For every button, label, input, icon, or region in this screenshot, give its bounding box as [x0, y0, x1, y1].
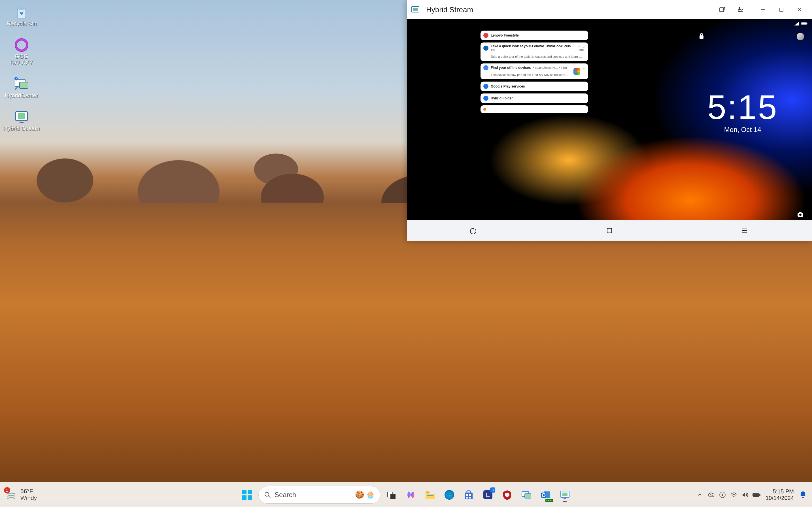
- tray-overflow-button[interactable]: [695, 490, 705, 500]
- file-explorer-icon: [424, 489, 436, 501]
- android-time: 5:15: [707, 90, 778, 124]
- start-button[interactable]: [239, 487, 255, 503]
- desktop-icon-hybrid-center[interactable]: HybridCenter: [2, 75, 41, 100]
- desktop-icon-gog-galaxy[interactable]: GOG GALAXY: [2, 36, 41, 67]
- svg-point-63: [722, 494, 723, 496]
- lock-icon[interactable]: [699, 33, 704, 39]
- taskbar: 1 56°F Windy Search 🍪 🧁 L3 NEW: [0, 482, 812, 507]
- svg-rect-65: [759, 494, 760, 496]
- notification-app-icon: [483, 108, 486, 111]
- notification-play-services[interactable]: Google Play services: [481, 81, 588, 91]
- window-maximize-button[interactable]: [772, 2, 791, 17]
- svg-rect-26: [700, 36, 703, 39]
- window-popout-button[interactable]: [713, 2, 731, 17]
- svg-rect-47: [466, 494, 468, 496]
- notification-collapsed[interactable]: [481, 105, 588, 113]
- notification-find-device[interactable]: Find your offline devices • space2occupy…: [481, 63, 588, 79]
- svg-rect-41: [390, 494, 395, 499]
- taskbar-copilot[interactable]: [403, 487, 419, 503]
- taskbar-time: 5:15 PM: [765, 488, 794, 495]
- taskbar-hybrid-stream[interactable]: [557, 487, 573, 503]
- new-badge: NEW: [545, 499, 553, 502]
- notification-app-icon: [483, 33, 488, 38]
- window-minimize-button[interactable]: [754, 2, 772, 17]
- desktop-icon-recycle-bin[interactable]: Recycle Bin: [2, 3, 41, 28]
- taskbar-search[interactable]: Search 🍪 🧁: [258, 486, 380, 504]
- svg-rect-11: [413, 8, 418, 11]
- taskbar-edge[interactable]: [441, 487, 457, 503]
- mcafee-icon: [501, 489, 513, 501]
- android-status-bar: [795, 21, 807, 25]
- edge-icon: [444, 489, 455, 501]
- camera-icon[interactable]: [797, 212, 804, 217]
- taskbar-hybrid-center[interactable]: [519, 487, 534, 503]
- svg-rect-48: [469, 494, 471, 496]
- window-close-button[interactable]: [791, 2, 809, 17]
- notifications-button[interactable]: [798, 491, 808, 499]
- google-icon: [574, 68, 580, 75]
- taskbar-file-explorer[interactable]: [422, 487, 438, 503]
- svg-rect-42: [426, 492, 430, 493]
- gog-galaxy-icon: [14, 37, 29, 53]
- svg-rect-1: [18, 7, 24, 10]
- hybrid-stream-window: Hybrid Stream 5:15 Mon, Oct: [407, 0, 812, 241]
- wifi-icon[interactable]: [729, 490, 739, 500]
- android-recents-button[interactable]: [733, 225, 756, 236]
- ms-store-icon: [463, 489, 474, 501]
- notification-app-icon: [483, 46, 488, 51]
- notification-lenovo-freestyle[interactable]: Lenovo Freestyle: [481, 31, 588, 40]
- android-screen[interactable]: 5:15 Mon, Oct 14 Lenovo Freestyle Take a…: [407, 19, 812, 220]
- onedrive-icon[interactable]: [706, 490, 716, 500]
- svg-point-28: [799, 214, 802, 216]
- battery-icon: [801, 22, 807, 25]
- desktop-icon-label: Recycle Bin: [6, 20, 37, 26]
- svg-point-16: [739, 7, 740, 8]
- android-notifications: Lenovo Freestyle Take a quick look at yo…: [481, 31, 588, 113]
- taskbar-lenovo[interactable]: L3: [480, 487, 496, 503]
- svg-rect-50: [469, 497, 471, 499]
- taskbar-datetime[interactable]: 5:15 PM 10/14/2024: [763, 488, 797, 501]
- lenovo-tray-icon[interactable]: [717, 490, 727, 500]
- chevron-down-icon[interactable]: ⌄: [583, 66, 586, 70]
- desktop-icons: Recycle Bin GOG GALAXY HybridCenter Hybr…: [2, 3, 41, 132]
- chevron-down-icon[interactable]: ⌄: [583, 45, 586, 49]
- desktop-icon-label: Hybrid Stream: [3, 125, 40, 131]
- taskbar-date: 10/14/2024: [765, 495, 794, 501]
- android-user-avatar[interactable]: [797, 33, 804, 40]
- svg-rect-25: [802, 23, 806, 24]
- search-emoji-icon: 🧁: [366, 490, 375, 499]
- window-titlebar[interactable]: Hybrid Stream: [407, 0, 812, 19]
- svg-rect-59: [562, 493, 567, 496]
- desktop-icon-hybrid-stream[interactable]: Hybrid Stream: [2, 108, 41, 132]
- weather-temp: 56°F: [20, 488, 37, 494]
- svg-text:L: L: [486, 492, 490, 499]
- window-settings-button[interactable]: [731, 2, 749, 17]
- notification-meta: • space2occupy… • 11m: [533, 66, 567, 69]
- hybrid-center-icon: [521, 489, 532, 501]
- signal-icon: [795, 21, 799, 25]
- svg-rect-20: [780, 8, 783, 11]
- badge-icon: 3: [490, 488, 495, 493]
- window-app-icon: [410, 5, 421, 15]
- svg-rect-60: [563, 498, 566, 499]
- taskbar-task-view[interactable]: [384, 487, 399, 503]
- taskbar-weather[interactable]: 1 56°F Windy: [0, 488, 43, 501]
- volume-icon[interactable]: [740, 490, 750, 500]
- android-back-button[interactable]: [463, 225, 486, 236]
- android-home-button[interactable]: [598, 225, 621, 236]
- android-lock-clock: 5:15 Mon, Oct 14: [707, 90, 778, 134]
- hybrid-stream-icon: [14, 109, 29, 125]
- taskbar-ms-store[interactable]: [461, 487, 477, 503]
- notification-hybrid-folder[interactable]: Hybrid Folder: [481, 94, 588, 103]
- battery-icon[interactable]: [751, 490, 762, 500]
- taskbar-mcafee[interactable]: [499, 487, 515, 503]
- svg-rect-66: [753, 494, 758, 496]
- recycle-bin-icon: [14, 5, 29, 20]
- android-date: Mon, Oct 14: [707, 126, 778, 134]
- notification-thinkbook[interactable]: Take a quick look at your Lenovo ThinkBo…: [481, 43, 588, 61]
- taskbar-outlook[interactable]: NEW: [538, 487, 554, 503]
- taskbar-tray: 5:15 PM 10/14/2024: [695, 488, 812, 501]
- svg-rect-43: [427, 495, 433, 496]
- svg-rect-29: [799, 212, 802, 213]
- hybrid-stream-icon: [559, 489, 571, 501]
